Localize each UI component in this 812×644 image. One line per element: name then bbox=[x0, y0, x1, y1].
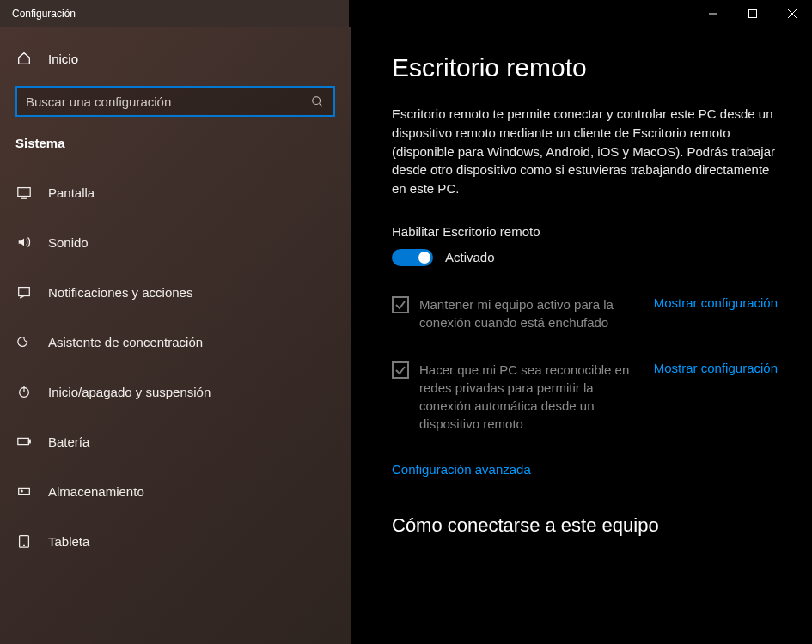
power-icon bbox=[15, 384, 33, 399]
intro-text: Escritorio remoto te permite conectar y … bbox=[392, 105, 778, 198]
sidebar-item-label: Tableta bbox=[48, 534, 89, 549]
battery-icon bbox=[15, 434, 33, 449]
svg-rect-12 bbox=[28, 440, 30, 443]
tablet-icon bbox=[15, 533, 33, 549]
home-button[interactable]: Inicio bbox=[0, 39, 351, 77]
nav-list: Pantalla Sonido Notificaciones y accione… bbox=[0, 167, 351, 566]
sidebar-item-tableta[interactable]: Tableta bbox=[0, 516, 351, 566]
sidebar-item-notificaciones[interactable]: Notificaciones y acciones bbox=[0, 267, 351, 317]
minimize-icon bbox=[709, 9, 717, 18]
sidebar-item-label: Sonido bbox=[48, 235, 89, 250]
home-icon bbox=[15, 51, 33, 66]
option-keep-awake: Mantener mi equipo activo para la conexi… bbox=[392, 295, 778, 331]
advanced-config-link[interactable]: Configuración avanzada bbox=[392, 462, 531, 477]
display-icon bbox=[15, 185, 33, 200]
check-icon bbox=[394, 299, 406, 311]
search-icon bbox=[309, 95, 325, 107]
option-text: Mantener mi equipo activo para la conexi… bbox=[419, 295, 638, 331]
show-config-link-2[interactable]: Mostrar configuración bbox=[654, 361, 778, 375]
checkbox-discoverable[interactable] bbox=[392, 361, 409, 379]
content-pane: Escritorio remoto Escritorio remoto te p… bbox=[351, 27, 812, 644]
show-config-link-1[interactable]: Mostrar configuración bbox=[654, 295, 778, 310]
sidebar-item-bateria[interactable]: Batería bbox=[0, 416, 351, 466]
window-controls bbox=[693, 0, 812, 27]
enable-label: Habilitar Escritorio remoto bbox=[392, 224, 778, 239]
focus-icon bbox=[15, 334, 33, 349]
sidebar-item-sonido[interactable]: Sonido bbox=[0, 217, 351, 267]
maximize-button[interactable] bbox=[733, 0, 772, 27]
sidebar-item-energia[interactable]: Inicio/apagado y suspensión bbox=[0, 367, 351, 416]
storage-icon bbox=[15, 483, 33, 499]
option-discoverable: Hacer que mi PC sea reconocible en redes… bbox=[392, 361, 778, 433]
svg-rect-1 bbox=[749, 10, 757, 18]
checkbox-keep-awake[interactable] bbox=[392, 296, 409, 313]
sidebar-item-label: Asistente de concentración bbox=[48, 335, 203, 349]
sidebar-item-label: Pantalla bbox=[48, 185, 95, 200]
home-label: Inicio bbox=[48, 52, 78, 66]
titlebar: Configuración bbox=[0, 0, 812, 27]
option-text: Hacer que mi PC sea reconocible en redes… bbox=[419, 361, 638, 433]
enable-toggle[interactable] bbox=[392, 249, 433, 266]
sidebar-item-label: Notificaciones y acciones bbox=[48, 285, 192, 300]
category-heading: Sistema bbox=[0, 132, 351, 167]
check-icon bbox=[394, 364, 406, 376]
sidebar-item-pantalla[interactable]: Pantalla bbox=[0, 167, 351, 217]
search-input[interactable] bbox=[26, 94, 309, 109]
svg-rect-11 bbox=[18, 438, 29, 444]
minimize-button[interactable] bbox=[693, 0, 733, 27]
sidebar-item-label: Almacenamiento bbox=[48, 484, 144, 499]
svg-point-4 bbox=[313, 97, 321, 105]
sidebar-item-almacenamiento[interactable]: Almacenamiento bbox=[0, 466, 351, 516]
svg-point-14 bbox=[21, 490, 22, 492]
sidebar-item-asistente[interactable]: Asistente de concentración bbox=[0, 317, 351, 367]
svg-rect-13 bbox=[19, 488, 30, 494]
sidebar-item-label: Batería bbox=[48, 434, 89, 449]
search-box[interactable] bbox=[15, 86, 335, 117]
maximize-icon bbox=[748, 9, 757, 18]
connect-subheading: Cómo conectarse a este equipo bbox=[392, 514, 778, 537]
sound-icon bbox=[15, 234, 33, 250]
close-button[interactable] bbox=[772, 0, 812, 27]
close-icon bbox=[788, 9, 797, 18]
toggle-state: Activado bbox=[445, 250, 495, 264]
svg-line-5 bbox=[320, 104, 323, 107]
svg-rect-6 bbox=[18, 188, 30, 197]
sidebar: Inicio Sistema Pantalla bbox=[0, 27, 351, 644]
page-title: Escritorio remoto bbox=[392, 53, 778, 82]
toggle-knob bbox=[418, 252, 430, 264]
svg-rect-8 bbox=[19, 288, 30, 296]
window-title: Configuración bbox=[0, 8, 693, 20]
sidebar-item-label: Inicio/apagado y suspensión bbox=[48, 385, 211, 399]
notifications-icon bbox=[15, 284, 33, 300]
